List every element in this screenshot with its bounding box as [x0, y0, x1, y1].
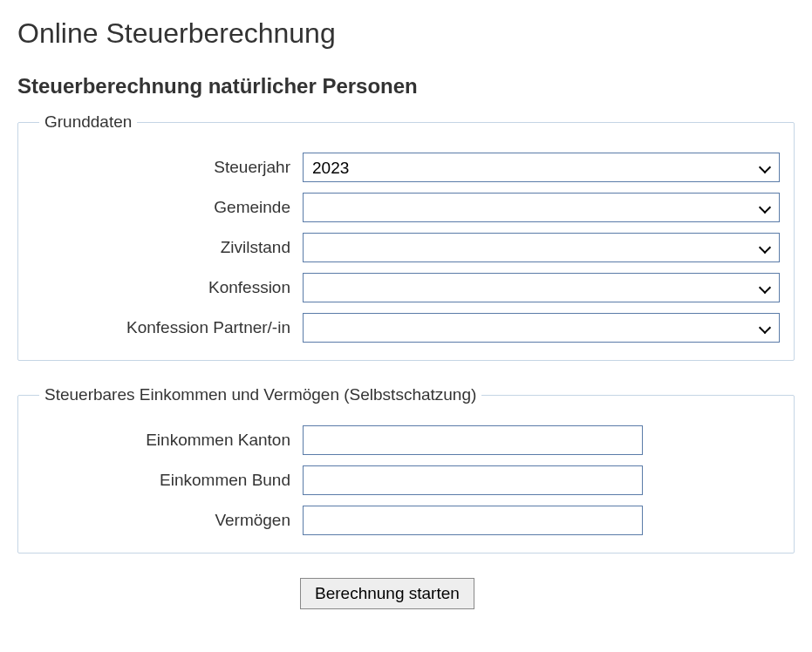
label-konfession: Konfession: [32, 278, 303, 297]
legend-einkommen-vermoegen: Steuerbares Einkommen und Vermögen (Selb…: [39, 385, 481, 404]
label-konfession-partner: Konfession Partner/-in: [32, 318, 303, 337]
label-einkommen-bund: Einkommen Bund: [32, 471, 303, 490]
page-subtitle: Steuerberechnung natürlicher Personen: [17, 74, 795, 98]
input-einkommen-bund[interactable]: [303, 465, 643, 495]
select-zivilstand[interactable]: [303, 233, 780, 262]
page-title: Online Steuerberechnung: [17, 17, 795, 50]
input-vermoegen[interactable]: [303, 506, 643, 535]
label-gemeinde: Gemeinde: [32, 198, 303, 217]
label-einkommen-kanton: Einkommen Kanton: [32, 431, 303, 450]
select-konfession[interactable]: [303, 273, 780, 302]
fieldset-einkommen-vermoegen: Steuerbares Einkommen und Vermögen (Selb…: [17, 385, 795, 554]
select-gemeinde[interactable]: [303, 193, 780, 222]
select-steuerjahr[interactable]: 2023: [303, 153, 780, 182]
input-einkommen-kanton[interactable]: [303, 425, 643, 455]
label-vermoegen: Vermögen: [32, 511, 303, 530]
submit-button[interactable]: Berechnung starten: [300, 578, 474, 609]
select-konfession-partner[interactable]: [303, 313, 780, 343]
legend-grunddaten: Grunddaten: [39, 112, 137, 132]
label-steuerjahr: Steuerjahr: [32, 158, 303, 177]
label-zivilstand: Zivilstand: [32, 238, 303, 257]
fieldset-grunddaten: Grunddaten Steuerjahr 2023 Gemeinde Zivi…: [17, 112, 795, 361]
